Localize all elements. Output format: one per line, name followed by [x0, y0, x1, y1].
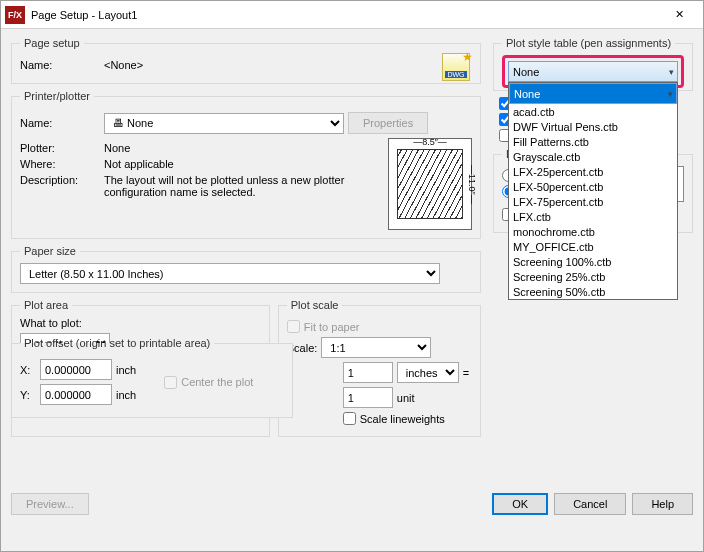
- highlight-annotation: None Noneacad.ctbDWF Virtual Pens.ctbFil…: [502, 55, 684, 88]
- center-plot-label: Center the plot: [181, 376, 253, 388]
- title-bar: F/X Page Setup - Layout1 ✕: [1, 1, 703, 29]
- offset-x-input[interactable]: [40, 359, 112, 380]
- plot-offset-legend: Plot offset (origin set to printable are…: [20, 337, 214, 349]
- where-label: Where:: [20, 158, 100, 170]
- app-logo-icon: F/X: [5, 6, 25, 24]
- offset-x-label: X:: [20, 364, 36, 376]
- scale-num-input[interactable]: [343, 362, 393, 383]
- desc-label: Description:: [20, 174, 100, 186]
- desc-value: The layout will not be plotted unless a …: [104, 174, 374, 198]
- preview-button: Preview...: [11, 493, 89, 515]
- plot-style-table-select[interactable]: None Noneacad.ctbDWF Virtual Pens.ctbFil…: [508, 61, 678, 82]
- plotter-label: Plotter:: [20, 142, 100, 154]
- page-setup-name-label: Name:: [20, 59, 100, 71]
- offset-y-label: Y:: [20, 389, 36, 401]
- fit-to-paper-label: Fit to paper: [304, 321, 360, 333]
- pst-option[interactable]: LFX.ctb: [509, 209, 677, 224]
- offset-y-unit: inch: [116, 389, 136, 401]
- page-setup-legend: Page setup: [20, 37, 84, 49]
- what-to-plot-label: What to plot:: [20, 317, 261, 329]
- close-button[interactable]: ✕: [659, 1, 699, 29]
- pst-option[interactable]: acad.ctb: [509, 104, 677, 119]
- pst-option[interactable]: LFX-75percent.ctb: [509, 194, 677, 209]
- center-plot-checkbox: [164, 376, 177, 389]
- help-button[interactable]: Help: [632, 493, 693, 515]
- window-title: Page Setup - Layout1: [31, 9, 659, 21]
- pst-option[interactable]: LFX-25percent.ctb: [509, 164, 677, 179]
- printer-legend: Printer/plotter: [20, 90, 94, 102]
- properties-button: Properties: [348, 112, 428, 134]
- pst-option[interactable]: DWF Virtual Pens.ctb: [509, 119, 677, 134]
- plot-scale-legend: Plot scale: [287, 299, 343, 311]
- paper-preview-icon: —8.5″— —11.0″—: [388, 138, 472, 230]
- pst-option[interactable]: Screening 50%.ctb: [509, 284, 677, 299]
- page-setup-name-value: <None>: [104, 59, 143, 71]
- paper-legend: Paper size: [20, 245, 80, 257]
- ok-button[interactable]: OK: [492, 493, 548, 515]
- plot-area-legend: Plot area: [20, 299, 72, 311]
- fit-to-paper-checkbox: [287, 320, 300, 333]
- pst-option[interactable]: Fill Patterns.ctb: [509, 134, 677, 149]
- plot-offset-group: Plot offset (origin set to printable are…: [11, 337, 293, 418]
- where-value: Not applicable: [104, 158, 174, 170]
- plot-style-table-group: Plot style table (pen assignments) None …: [493, 37, 693, 91]
- paper-size-select[interactable]: Letter (8.50 x 11.00 Inches): [20, 263, 440, 284]
- dialog-footer: Preview... OK Cancel Help: [11, 493, 693, 515]
- plot-scale-group: Plot scale Fit to paper Scale:1:1 inches…: [278, 299, 481, 437]
- page-setup-dialog: F/X Page Setup - Layout1 ✕ Page setup Na…: [0, 0, 704, 552]
- printer-name-label: Name:: [20, 117, 100, 129]
- offset-y-input[interactable]: [40, 384, 112, 405]
- scale-lineweights-checkbox[interactable]: [343, 412, 356, 425]
- pst-option[interactable]: LFX-50percent.ctb: [509, 179, 677, 194]
- paper-size-group: Paper size Letter (8.50 x 11.00 Inches): [11, 245, 481, 293]
- plot-style-table-listbox[interactable]: Noneacad.ctbDWF Virtual Pens.ctbFill Pat…: [508, 82, 678, 300]
- plotter-value: None: [104, 142, 130, 154]
- scale-den-input[interactable]: [343, 387, 393, 408]
- pst-legend: Plot style table (pen assignments): [502, 37, 675, 49]
- pst-option[interactable]: None: [509, 83, 677, 104]
- pst-option[interactable]: monochrome.ctb: [509, 224, 677, 239]
- page-setup-group: Page setup Name: <None>: [11, 37, 481, 84]
- scale-select[interactable]: 1:1: [321, 337, 431, 358]
- scale-lineweights-label: Scale lineweights: [360, 413, 445, 425]
- printer-group: Printer/plotter Name: 🖶 None Properties …: [11, 90, 481, 239]
- offset-x-unit: inch: [116, 364, 136, 376]
- printer-name-select[interactable]: 🖶 None: [104, 113, 344, 134]
- pst-option[interactable]: Grayscale.ctb: [509, 149, 677, 164]
- pst-option[interactable]: MY_OFFICE.ctb: [509, 239, 677, 254]
- dwg-icon: [442, 53, 470, 81]
- cancel-button[interactable]: Cancel: [554, 493, 626, 515]
- pst-option[interactable]: Screening 100%.ctb: [509, 254, 677, 269]
- scale-unit-select[interactable]: inches: [397, 362, 459, 383]
- pst-option[interactable]: Screening 25%.ctb: [509, 269, 677, 284]
- scale-den-unit: unit: [397, 392, 415, 404]
